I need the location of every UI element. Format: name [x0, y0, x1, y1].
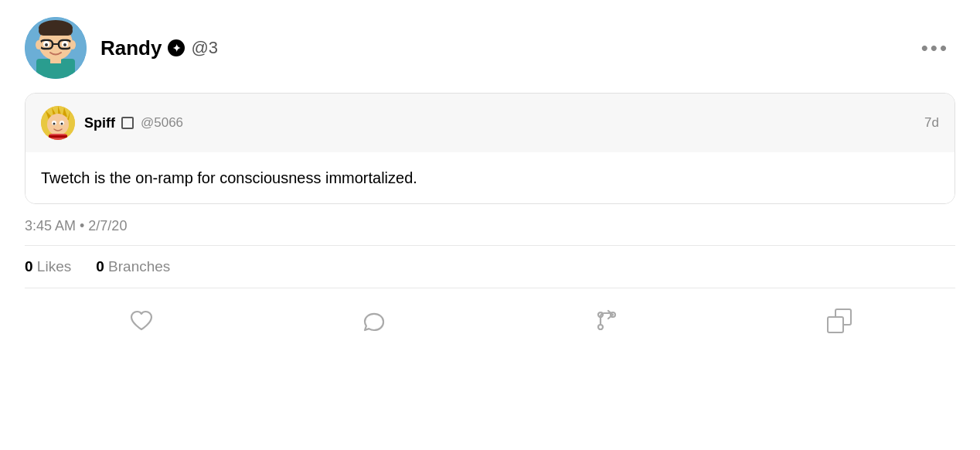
copy-icon: [827, 309, 852, 333]
likes-stat: 0 Likes: [25, 258, 71, 275]
user-name: Randy: [100, 36, 162, 60]
tweet-header-left: Randy ✦ @3: [25, 17, 218, 79]
quote-text: Twetch is the on-ramp for consciousness …: [41, 166, 939, 189]
tweet-header: Randy ✦ @3 •••: [0, 0, 980, 93]
svg-point-13: [36, 40, 42, 49]
branches-label: Branches: [108, 258, 170, 274]
svg-point-24: [53, 123, 56, 125]
action-bar: [0, 288, 980, 353]
comment-button[interactable]: [356, 302, 393, 339]
quote-body: Twetch is the on-ramp for consciousness …: [26, 152, 954, 203]
quote-verified-box: [121, 117, 134, 129]
branches-stat: 0 Branches: [96, 258, 170, 275]
branches-count: 0: [96, 258, 104, 274]
svg-point-14: [70, 40, 76, 49]
quote-container: Spiff @5066 7d Twetch is the on-ramp for…: [25, 93, 955, 204]
copy-button[interactable]: [821, 302, 858, 339]
likes-count: 0: [25, 258, 33, 274]
quote-user-info: Spiff @5066: [84, 115, 183, 131]
stats-bar: 0 Likes 0 Branches: [0, 246, 980, 288]
branch-button[interactable]: [588, 302, 625, 339]
avatar[interactable]: [25, 17, 87, 79]
svg-point-11: [45, 43, 48, 46]
quote-avatar[interactable]: [41, 106, 75, 140]
svg-rect-27: [49, 135, 67, 138]
quote-header: Spiff @5066 7d: [26, 94, 954, 152]
quote-time: 7d: [924, 115, 939, 131]
user-handle: @3: [191, 38, 218, 58]
timestamp: 3:45 AM • 2/7/20: [0, 204, 980, 245]
quote-header-left: Spiff @5066: [41, 106, 183, 140]
svg-point-25: [61, 123, 63, 125]
like-button[interactable]: [123, 302, 160, 339]
quote-user-name: Spiff @5066: [84, 115, 183, 131]
user-info: Randy ✦ @3: [100, 36, 218, 60]
quote-screen-name: @5066: [141, 115, 183, 131]
more-button[interactable]: •••: [915, 33, 955, 63]
likes-label: Likes: [37, 258, 71, 274]
copy-icon-front: [827, 316, 844, 333]
svg-point-21: [47, 114, 69, 135]
svg-rect-5: [39, 26, 73, 36]
tweet-card: Randy ✦ @3 •••: [0, 0, 980, 450]
svg-point-12: [63, 43, 66, 46]
verified-badge: ✦: [168, 39, 185, 56]
